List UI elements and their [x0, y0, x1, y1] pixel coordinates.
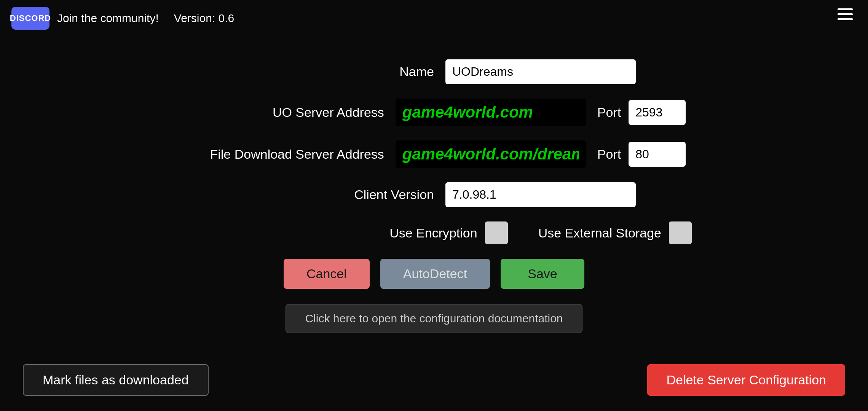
join-community-text: Join the community!: [57, 12, 159, 25]
uo-server-row: UO Server Address Port: [182, 99, 686, 126]
hamburger-line-1: [838, 8, 853, 10]
external-storage-checkbox[interactable]: [669, 221, 692, 244]
main-content: Name UO Server Address Port File Downloa…: [0, 37, 868, 333]
discord-logo[interactable]: DISCORD: [11, 7, 49, 30]
name-row: Name: [232, 59, 636, 84]
uo-server-label: UO Server Address: [182, 105, 396, 120]
uo-port-input[interactable]: [629, 100, 686, 125]
file-download-row: File Download Server Address Port: [182, 140, 686, 168]
encryption-label: Use Encryption: [389, 226, 477, 241]
save-button[interactable]: Save: [501, 259, 584, 289]
mark-downloaded-button[interactable]: Mark files as downloaded: [23, 364, 209, 396]
name-input[interactable]: [445, 59, 636, 84]
external-storage-label: Use External Storage: [538, 226, 661, 241]
version-text: Version: 0.6: [174, 12, 234, 25]
external-storage-group: Use External Storage: [538, 221, 692, 244]
file-download-input[interactable]: [396, 140, 586, 168]
client-version-label: Client Version: [232, 187, 445, 202]
encryption-checkbox[interactable]: [485, 221, 508, 244]
action-buttons: Cancel AutoDetect Save: [284, 259, 584, 289]
file-download-label: File Download Server Address: [182, 147, 396, 162]
hamburger-menu[interactable]: [838, 8, 853, 20]
uo-server-input[interactable]: [396, 99, 586, 126]
header: DISCORD Join the community! Version: 0.6: [0, 0, 868, 37]
encryption-group: Use Encryption: [389, 221, 508, 244]
client-version-row: Client Version: [232, 182, 636, 207]
uo-port-label: Port: [597, 105, 621, 120]
name-label: Name: [232, 64, 445, 79]
file-port-input[interactable]: [629, 142, 686, 167]
checkboxes-row: Use Encryption Use External Storage: [176, 221, 692, 244]
file-port-label: Port: [597, 147, 621, 162]
hamburger-line-2: [838, 13, 853, 15]
cancel-button[interactable]: Cancel: [284, 259, 370, 289]
bottom-bar: Mark files as downloaded Delete Server C…: [0, 364, 868, 396]
client-version-input[interactable]: [445, 182, 636, 207]
discord-logo-text: DISCORD: [10, 13, 51, 23]
autodetect-button[interactable]: AutoDetect: [380, 259, 490, 289]
hamburger-line-3: [838, 18, 853, 20]
delete-server-button[interactable]: Delete Server Configuration: [647, 364, 845, 396]
doc-link-button[interactable]: Click here to open the configuration doc…: [286, 304, 582, 333]
